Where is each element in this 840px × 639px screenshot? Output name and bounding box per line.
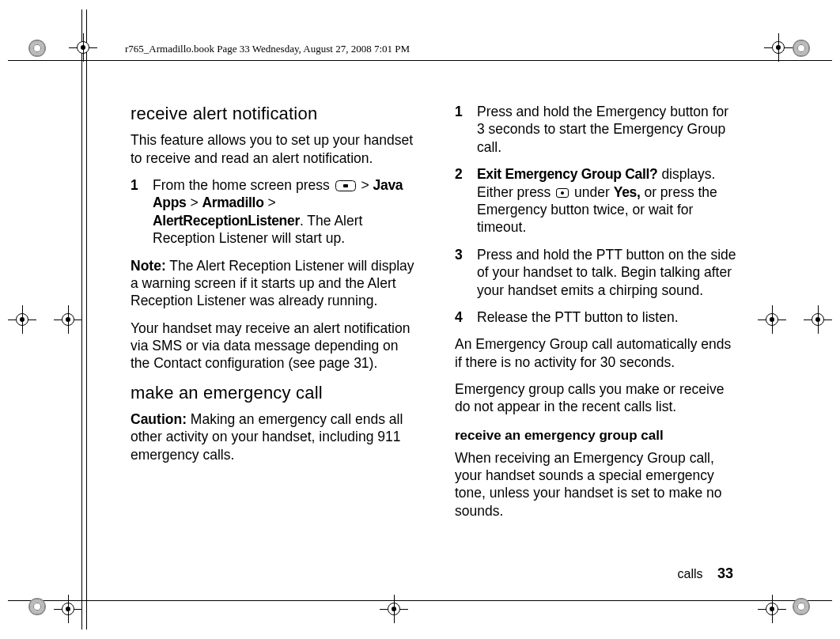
step-item: 4 Release the PTT button to listen.	[455, 308, 740, 326]
page-footer: calls 33	[678, 565, 734, 582]
crop-rule-bottom	[8, 600, 832, 601]
crosshair-icon	[758, 595, 786, 623]
caution-paragraph: Caution: Making an emergency call ends a…	[131, 410, 415, 463]
body-text: This feature allows you to set up your h…	[131, 131, 415, 167]
step-number: 2	[455, 165, 477, 236]
step-number: 3	[455, 246, 477, 299]
step-list: 1 From the home screen press > Java Apps…	[131, 176, 415, 248]
softkey-icon	[556, 188, 569, 198]
step-number: 1	[455, 103, 477, 156]
step-item: 1 From the home screen press > Java Apps…	[131, 176, 415, 248]
svg-rect-1	[343, 184, 348, 187]
registration-dot	[28, 598, 47, 617]
note-paragraph: Note: The Alert Reception Listener will …	[131, 257, 415, 310]
step-item: 3 Press and hold the PTT button on the s…	[455, 246, 740, 299]
body-text: An Emergency Group call automatically en…	[455, 335, 740, 371]
registration-dot	[793, 598, 812, 617]
spine-line	[86, 9, 87, 630]
subsection-heading: receive an emergency group call	[455, 427, 740, 444]
step-body: Release the PTT button to listen.	[477, 308, 740, 326]
step-body: Press and hold the Emergency button for …	[477, 103, 740, 156]
caution-label: Caution:	[131, 411, 187, 427]
menu-path: Armadillo	[202, 195, 264, 210]
left-column: receive alert notification This feature …	[131, 103, 415, 529]
body-text: Your handset may receive an alert notifi…	[131, 320, 415, 372]
crosshair-icon	[8, 305, 36, 334]
right-column: 1 Press and hold the Emergency button fo…	[455, 103, 740, 529]
step-body: Exit Emergency Group Call? displays. Eit…	[477, 165, 740, 236]
crosshair-icon	[764, 33, 793, 62]
crop-rule-top	[8, 60, 832, 61]
step-item: 1 Press and hold the Emergency button fo…	[455, 103, 740, 156]
softkey-label: Yes,	[614, 184, 641, 200]
note-label: Note:	[131, 258, 166, 274]
crosshair-icon	[380, 595, 408, 623]
running-header: r765_Armadillo.book Page 33 Wednesday, A…	[125, 43, 410, 55]
crosshair-icon	[758, 305, 786, 334]
crosshair-icon	[54, 595, 82, 623]
text: under	[570, 184, 613, 200]
crosshair-icon	[804, 305, 832, 334]
menu-path: AlertReceptionListener	[153, 213, 300, 229]
crosshair-icon	[69, 33, 97, 62]
step-number: 1	[131, 176, 153, 248]
section-heading: receive alert notification	[131, 103, 415, 125]
step-number: 4	[455, 308, 477, 326]
prompt-label: Exit Emergency Group Call?	[477, 166, 658, 182]
registration-dot	[28, 40, 47, 59]
menu-key-icon	[335, 180, 356, 191]
step-body: From the home screen press > Java Apps >…	[153, 176, 415, 248]
text: From the home screen press	[153, 177, 334, 193]
svg-point-3	[561, 191, 564, 195]
registration-dot	[793, 40, 812, 59]
text: >	[358, 177, 373, 193]
page-content: receive alert notification This feature …	[131, 103, 740, 529]
step-body: Press and hold the PTT button on the sid…	[477, 246, 740, 299]
footer-section: calls	[678, 567, 703, 580]
body-text: When receiving an Emergency Group call, …	[455, 449, 740, 520]
body-text: Emergency group calls you make or receiv…	[455, 380, 740, 416]
crosshair-icon	[54, 305, 82, 334]
text: >	[187, 195, 202, 210]
step-list: 1 Press and hold the Emergency button fo…	[455, 103, 740, 326]
step-item: 2 Exit Emergency Group Call? displays. E…	[455, 165, 740, 236]
page-number: 33	[717, 565, 733, 581]
text: >	[264, 195, 276, 210]
section-heading: make an emergency call	[131, 382, 415, 404]
note-body: The Alert Reception Listener will displa…	[131, 258, 414, 309]
